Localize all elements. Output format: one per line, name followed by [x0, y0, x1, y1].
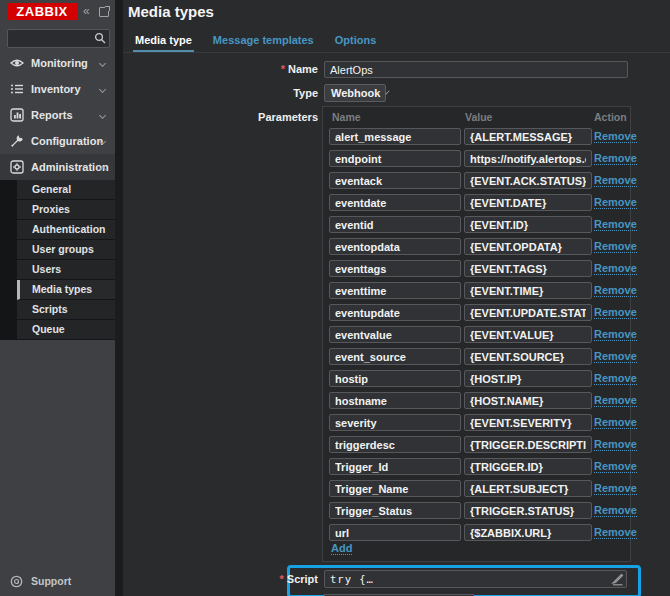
- parameter-value-input[interactable]: [464, 304, 592, 321]
- submenu-item-users[interactable]: Users: [17, 260, 115, 280]
- column-header-action: Action: [594, 111, 627, 123]
- tab-options[interactable]: Options: [333, 30, 379, 52]
- parameter-name-input[interactable]: [329, 260, 461, 277]
- collapse-sidebar-icon[interactable]: «: [83, 3, 90, 19]
- parameter-value-input[interactable]: [464, 326, 592, 343]
- parameter-name-input[interactable]: [329, 326, 461, 343]
- parameter-name-input[interactable]: [329, 480, 461, 497]
- remove-parameter-link[interactable]: Remove: [594, 438, 637, 451]
- parameter-row: Remove: [323, 368, 630, 390]
- parameter-value-input[interactable]: [464, 238, 592, 255]
- remove-parameter-link[interactable]: Remove: [594, 130, 637, 143]
- parameters-rows: RemoveRemoveRemoveRemoveRemoveRemoveRemo…: [323, 126, 630, 544]
- remove-parameter-link[interactable]: Remove: [594, 504, 637, 517]
- zabbix-logo[interactable]: ZABBIX: [7, 3, 77, 20]
- chevron-down-icon: [99, 60, 106, 67]
- parameter-name-input[interactable]: [329, 172, 461, 189]
- parameter-name-input[interactable]: [329, 458, 461, 475]
- parameter-value-input[interactable]: [464, 524, 592, 541]
- parameter-row: Remove: [323, 302, 630, 324]
- remove-parameter-link[interactable]: Remove: [594, 196, 637, 209]
- parameter-name-input[interactable]: [329, 414, 461, 431]
- search-input[interactable]: [11, 30, 93, 47]
- parameter-value-input[interactable]: [464, 282, 592, 299]
- remove-parameter-link[interactable]: Remove: [594, 284, 637, 297]
- parameter-value-input[interactable]: [464, 414, 592, 431]
- remove-parameter-link[interactable]: Remove: [594, 328, 637, 341]
- parameter-name-input[interactable]: [329, 304, 461, 321]
- submenu-item-proxies[interactable]: Proxies: [17, 200, 115, 220]
- column-header-value: Value: [465, 111, 492, 123]
- parameter-value-input[interactable]: [464, 128, 592, 145]
- remove-parameter-link[interactable]: Remove: [594, 416, 637, 429]
- remove-parameter-link[interactable]: Remove: [594, 152, 637, 165]
- tab-bar: Media type Message templates Options: [123, 30, 670, 53]
- parameter-value-input[interactable]: [464, 150, 592, 167]
- remove-parameter-link[interactable]: Remove: [594, 460, 637, 473]
- sidebar-item-configuration[interactable]: Configuration: [0, 128, 115, 154]
- remove-parameter-link[interactable]: Remove: [594, 482, 637, 495]
- support-link[interactable]: Support: [0, 572, 115, 590]
- parameter-value-input[interactable]: [464, 172, 592, 189]
- sidebar-item-inventory[interactable]: Inventory: [0, 76, 115, 102]
- parameter-value-input[interactable]: [464, 436, 592, 453]
- remove-parameter-link[interactable]: Remove: [594, 240, 637, 253]
- sidebar-edge-divider: [115, 0, 123, 596]
- submenu-item-user-groups[interactable]: User groups: [17, 240, 115, 260]
- name-input[interactable]: [324, 61, 628, 78]
- parameter-name-input[interactable]: [329, 348, 461, 365]
- remove-parameter-link[interactable]: Remove: [594, 262, 637, 275]
- parameter-name-input[interactable]: [329, 436, 461, 453]
- parameter-name-input[interactable]: [329, 524, 461, 541]
- parameter-name-input[interactable]: [329, 392, 461, 409]
- parameter-value-input[interactable]: [464, 370, 592, 387]
- remove-parameter-link[interactable]: Remove: [594, 394, 637, 407]
- compact-view-icon[interactable]: [99, 7, 109, 17]
- page-title: Media types: [128, 3, 214, 20]
- sidebar-item-administration[interactable]: Administration: [0, 154, 115, 180]
- parameter-value-input[interactable]: [464, 458, 592, 475]
- parameter-row: Remove: [323, 148, 630, 170]
- remove-parameter-link[interactable]: Remove: [594, 372, 637, 385]
- submenu-item-scripts[interactable]: Scripts: [17, 300, 115, 320]
- remove-parameter-link[interactable]: Remove: [594, 306, 637, 319]
- submenu-item-general[interactable]: General: [17, 180, 115, 200]
- parameter-value-input[interactable]: [464, 502, 592, 519]
- script-input[interactable]: [324, 570, 627, 588]
- parameter-name-input[interactable]: [329, 216, 461, 233]
- type-select-value: Webhook: [331, 87, 380, 99]
- parameter-name-input[interactable]: [329, 128, 461, 145]
- parameter-name-input[interactable]: [329, 150, 461, 167]
- parameter-name-input[interactable]: [329, 370, 461, 387]
- sidebar-search[interactable]: [7, 29, 110, 48]
- submenu-item-queue[interactable]: Queue: [17, 320, 115, 340]
- submenu-item-media-types[interactable]: Media types: [17, 280, 115, 300]
- parameter-row: Remove: [323, 434, 630, 456]
- parameter-value-input[interactable]: [464, 480, 592, 497]
- tab-media-type[interactable]: Media type: [133, 30, 194, 52]
- parameter-name-input[interactable]: [329, 238, 461, 255]
- parameter-row: Remove: [323, 126, 630, 148]
- parameter-name-input[interactable]: [329, 194, 461, 211]
- remove-parameter-link[interactable]: Remove: [594, 174, 637, 187]
- type-select[interactable]: Webhook: [324, 84, 386, 102]
- parameter-value-input[interactable]: [464, 392, 592, 409]
- parameter-value-input[interactable]: [464, 260, 592, 277]
- sidebar-item-monitoring[interactable]: Monitoring: [0, 50, 115, 76]
- sidebar-item-reports[interactable]: Reports: [0, 102, 115, 128]
- pencil-edit-icon[interactable]: [610, 572, 624, 586]
- parameter-name-input[interactable]: [329, 282, 461, 299]
- submenu-item-authentication[interactable]: Authentication: [17, 220, 115, 240]
- remove-parameter-link[interactable]: Remove: [594, 350, 637, 363]
- name-label: *Name: [123, 63, 318, 75]
- parameter-row: Remove: [323, 324, 630, 346]
- parameter-name-input[interactable]: [329, 502, 461, 519]
- remove-parameter-link[interactable]: Remove: [594, 218, 637, 231]
- parameter-value-input[interactable]: [464, 216, 592, 233]
- parameter-value-input[interactable]: [464, 348, 592, 365]
- add-parameter-link[interactable]: Add: [331, 542, 352, 555]
- parameter-value-input[interactable]: [464, 194, 592, 211]
- tab-message-templates[interactable]: Message templates: [211, 30, 316, 52]
- gear-icon: [10, 160, 24, 174]
- remove-parameter-link[interactable]: Remove: [594, 526, 637, 539]
